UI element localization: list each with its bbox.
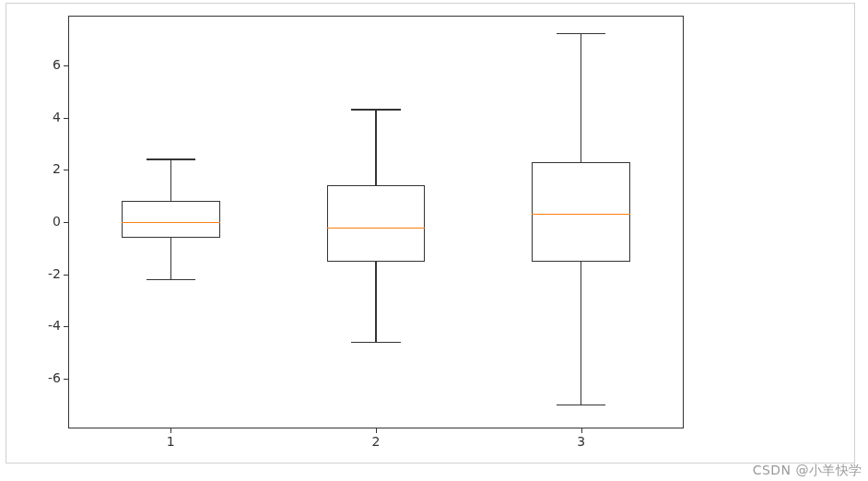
whisker <box>375 110 376 185</box>
whisker <box>581 262 581 405</box>
y-tick-label: 4 <box>24 110 61 124</box>
y-tick-label: -6 <box>24 370 61 385</box>
whisker <box>375 262 376 343</box>
y-tick-label: 6 <box>24 57 61 72</box>
box <box>122 201 220 238</box>
x-tick-mark <box>170 428 171 433</box>
box <box>327 185 426 261</box>
whisker-cap <box>557 33 605 34</box>
whisker <box>170 159 171 201</box>
y-tick-label: -4 <box>24 318 61 333</box>
median-line <box>532 214 630 215</box>
whisker-cap <box>557 405 605 405</box>
watermark-text: CSDN @小羊快学 <box>753 463 862 479</box>
whisker <box>170 238 171 279</box>
y-tick-mark <box>64 170 68 170</box>
y-tick-mark <box>64 379 68 380</box>
median-line <box>327 228 426 229</box>
y-tick-label: 0 <box>24 214 61 229</box>
median-line <box>122 222 220 223</box>
x-tick-label: 2 <box>362 434 390 449</box>
x-tick-label: 3 <box>568 434 595 449</box>
whisker-cap <box>147 279 195 280</box>
x-tick-label: 1 <box>157 434 184 449</box>
box <box>532 162 630 262</box>
y-tick-mark <box>64 118 68 119</box>
x-tick-mark <box>581 428 582 433</box>
y-tick-label: 2 <box>24 161 61 176</box>
whisker <box>581 34 581 162</box>
y-tick-mark <box>64 275 68 276</box>
y-tick-label: -2 <box>24 266 61 281</box>
y-tick-mark <box>64 326 68 327</box>
y-tick-mark <box>64 65 68 66</box>
y-tick-mark <box>64 222 68 223</box>
x-tick-mark <box>376 428 377 433</box>
whisker-cap <box>147 158 195 159</box>
whisker-cap <box>351 109 400 110</box>
whisker-cap <box>351 342 400 343</box>
